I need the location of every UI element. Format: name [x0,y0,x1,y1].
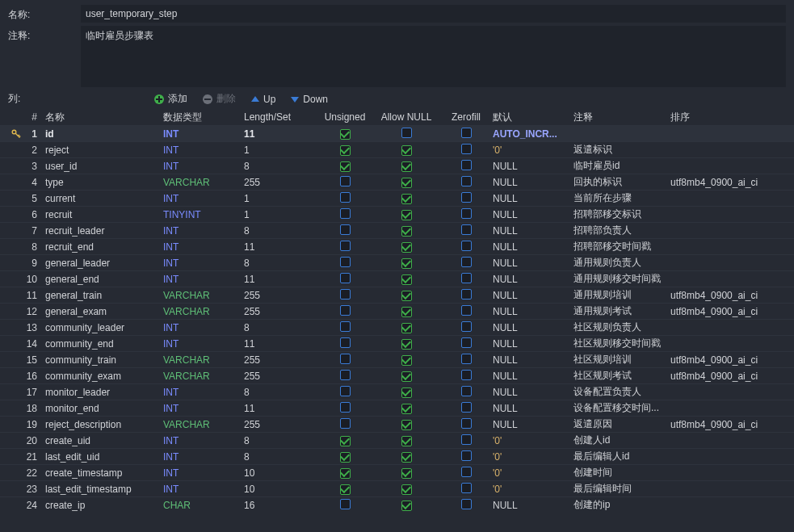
cell-default[interactable]: NULL [493,354,573,366]
cell-comment[interactable]: 通用规则培训 [573,288,670,302]
cell-type[interactable]: VARCHAR [163,306,244,317]
cell-unsigned[interactable] [317,499,373,512]
checkbox-icon[interactable] [401,274,412,285]
cell-unsigned[interactable] [317,451,373,463]
checkbox-icon[interactable] [461,160,472,170]
checkbox-icon[interactable] [461,483,472,493]
checkbox-icon[interactable] [461,224,472,235]
checkbox-icon[interactable] [340,129,351,140]
cell-comment[interactable]: 回执的标识 [573,175,670,189]
cell-name[interactable]: community_leader [42,322,163,333]
cell-length[interactable]: 1 [244,193,317,204]
cell-name[interactable]: last_edit_uid [42,451,163,463]
checkbox-icon[interactable] [401,242,412,253]
cell-zerofill[interactable] [439,337,493,350]
cell-length[interactable]: 8 [244,225,317,237]
cell-unsigned[interactable] [317,467,373,479]
cell-default[interactable]: NULL [493,290,573,301]
cell-name[interactable]: general_leader [42,258,163,269]
table-row[interactable]: 2rejectINT1'0'返遣标识 [0,141,794,157]
cell-type[interactable]: INT [163,161,244,172]
cell-comment[interactable]: 社区规则培训 [573,353,670,367]
checkbox-icon[interactable] [461,402,472,413]
cell-allownull[interactable] [373,177,439,188]
cell-type[interactable]: VARCHAR [163,290,244,301]
cell-unsigned[interactable] [317,354,373,367]
cell-allownull[interactable] [373,419,439,430]
cell-zerofill[interactable] [439,483,493,496]
checkbox-icon[interactable] [340,305,351,316]
cell-allownull[interactable] [373,500,439,511]
checkbox-icon[interactable] [340,176,351,186]
cell-name[interactable]: user_id [42,161,163,172]
checkbox-icon[interactable] [461,241,472,251]
checkbox-icon[interactable] [401,226,412,237]
cell-name[interactable]: create_uid [42,435,163,446]
cell-zerofill[interactable] [439,402,493,415]
checkbox-icon[interactable] [401,436,412,446]
hdr-default[interactable]: 默认 [493,111,573,124]
cell-default[interactable]: NULL [493,274,573,285]
cell-comment[interactable]: 通用规则考试 [573,304,670,318]
checkbox-icon[interactable] [461,499,472,509]
checkbox-icon[interactable] [461,257,472,267]
cell-name[interactable]: general_exam [42,306,163,317]
checkbox-icon[interactable] [401,194,412,204]
cell-length[interactable]: 255 [244,419,317,430]
cell-type[interactable]: VARCHAR [163,419,244,430]
checkbox-icon[interactable] [461,176,472,186]
cell-length[interactable]: 11 [244,338,317,350]
cell-default[interactable]: '0' [493,467,573,479]
table-row[interactable]: 3user_idINT8NULL临时雇员id [0,157,794,174]
cell-default[interactable]: AUTO_INCR... [493,128,573,140]
cell-comment[interactable]: 临时雇员id [573,159,670,173]
cell-zerofill[interactable] [439,257,493,270]
checkbox-icon[interactable] [340,468,351,479]
cell-zerofill[interactable] [439,467,493,480]
table-row[interactable]: 11general_trainVARCHAR255NULL通用规则培训utf8m… [0,287,794,303]
cell-unsigned[interactable] [317,386,373,399]
cell-length[interactable]: 11 [244,241,317,253]
cell-type[interactable]: VARCHAR [163,354,244,366]
cell-type[interactable]: INT [163,274,244,285]
table-row[interactable]: 18monitor_endINT11NULL设备配置移交时间... [0,400,794,416]
cell-length[interactable]: 11 [244,274,317,285]
checkbox-icon[interactable] [461,434,472,445]
cell-default[interactable]: NULL [493,161,573,172]
cell-unsigned[interactable] [317,435,373,446]
cell-length[interactable]: 255 [244,371,317,382]
table-row[interactable]: 22create_timestampINT10'0'创建时间 [0,464,794,480]
checkbox-icon[interactable] [401,178,412,188]
cell-unsigned[interactable] [317,305,373,318]
table-row[interactable]: 23last_edit_timestampINT10'0'最后编辑时间 [0,480,794,496]
checkbox-icon[interactable] [340,386,351,396]
cell-comment[interactable]: 创建人id [573,434,670,447]
checkbox-icon[interactable] [461,208,472,219]
checkbox-icon[interactable] [401,339,412,350]
cell-name[interactable]: recruit [42,209,163,220]
checkbox-icon[interactable] [461,144,472,154]
checkbox-icon[interactable] [401,404,412,414]
checkbox-icon[interactable] [461,321,472,332]
cell-type[interactable]: INT [163,145,244,156]
table-row[interactable]: 1idINT11AUTO_INCR... [0,125,794,141]
cell-collation[interactable]: utf8mb4_0900_ai_ci [670,177,794,188]
cell-zerofill[interactable] [439,160,493,173]
table-row[interactable]: 17monitor_leaderINT8NULL设备配置负责人 [0,383,794,400]
table-row[interactable]: 6recruitTINYINT1NULL招聘部移交标识 [0,206,794,222]
cell-type[interactable]: INT [163,467,244,479]
cell-name[interactable]: create_timestamp [42,467,163,479]
cell-type[interactable]: INT [163,435,244,446]
cell-name[interactable]: reject [42,145,163,156]
table-row[interactable]: 21last_edit_uidINT8'0'最后编辑人id [0,448,794,464]
checkbox-icon[interactable] [401,468,412,479]
cell-zerofill[interactable] [439,144,493,157]
cell-unsigned[interactable] [317,176,373,189]
cell-length[interactable]: 8 [244,387,317,398]
cell-zerofill[interactable] [439,289,493,302]
cell-name[interactable]: general_train [42,290,163,301]
cell-allownull[interactable] [373,371,439,382]
checkbox-icon[interactable] [401,258,412,269]
cell-zerofill[interactable] [439,499,493,512]
cell-name[interactable]: community_train [42,354,163,366]
